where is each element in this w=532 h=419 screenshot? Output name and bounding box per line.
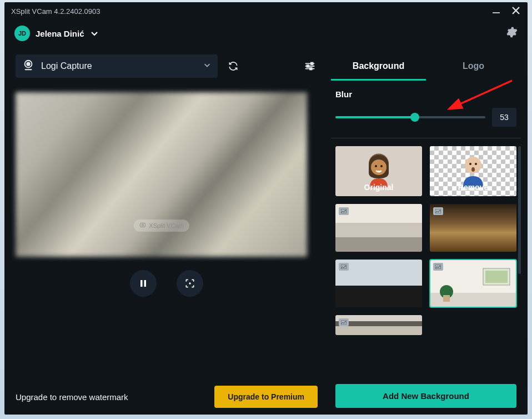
add-background-button[interactable]: Add New Background [335,384,516,408]
upgrade-hint: Upgrade to remove watermark [16,392,128,402]
watermark-icon [139,222,145,230]
watermark: XSplit VCam [133,220,189,232]
bg-preset-3[interactable] [335,260,422,307]
bg-preset-2[interactable] [430,204,516,252]
titlebar: XSplit VCam 4.2.2402.0903 [4,2,528,20]
chevron-down-icon [203,61,211,71]
svg-rect-13 [140,280,143,287]
watermark-text: XSplit VCam [149,222,183,229]
bg-original-label: Original [335,183,422,192]
camera-name: Logi Capture [41,61,92,71]
upgrade-row: Upgrade to remove watermark Upgrade to P… [16,380,318,408]
bg-remove-label: Remove [430,183,516,192]
image-icon [339,318,349,326]
camera-preview [16,92,307,257]
bg-remove[interactable]: Remove [430,146,516,196]
svg-point-12 [142,224,143,226]
refresh-button[interactable] [225,58,241,74]
pause-button[interactable] [130,270,157,297]
svg-point-18 [371,159,387,175]
camera-selector[interactable]: Logi Capture [16,54,218,78]
svg-rect-26 [435,209,441,213]
person-icon [456,151,490,187]
tab-logo[interactable]: Logo [426,54,521,81]
image-icon [339,263,349,271]
slider-thumb[interactable] [410,113,419,122]
user-bar: JD Jelena Dinić [4,20,528,49]
window-controls [492,6,521,17]
chevron-down-icon [90,29,99,38]
svg-rect-11 [140,223,145,227]
blur-label: Blur [335,89,516,99]
content: Logi Capture [4,49,528,415]
webcam-icon [22,59,34,73]
snapshot-button[interactable] [177,270,203,297]
svg-rect-14 [144,280,147,287]
settings-button[interactable] [505,26,518,41]
bg-preset-art [430,260,516,307]
image-icon [339,207,349,215]
user-menu[interactable]: JD Jelena Dinić [14,26,99,41]
svg-rect-25 [341,209,347,213]
preview-wrap: XSplit VCam [16,92,307,257]
user-name: Jelena Dinić [36,29,84,38]
bg-preset-1[interactable] [335,204,422,252]
svg-rect-27 [341,265,347,269]
upgrade-premium-button[interactable]: Upgrade to Premium [214,386,318,408]
tabs: Background Logo [331,54,521,81]
svg-point-20 [380,165,383,167]
svg-point-22 [469,163,471,165]
svg-point-23 [475,163,477,165]
svg-rect-9 [307,65,309,67]
background-grid-scroll: Original Remove [331,138,521,381]
left-panel: Logi Capture [8,49,325,415]
blur-value[interactable]: 53 [492,108,516,127]
camera-row: Logi Capture [16,54,318,78]
window-title: XSplit VCam 4.2.2402.0903 [11,7,100,16]
bg-original[interactable]: Original [335,146,422,196]
image-icon [433,207,443,215]
svg-rect-8 [311,63,313,65]
blur-section: Blur 53 [331,81,521,138]
svg-rect-10 [310,68,312,70]
svg-rect-33 [341,320,347,325]
person-icon [362,151,395,187]
right-panel: Background Logo Blur 53 [328,49,524,415]
scrollbar[interactable] [518,146,521,378]
bg-preset-5[interactable] [335,315,422,335]
bg-preset-4[interactable] [430,260,516,307]
tab-background[interactable]: Background [331,54,426,81]
scroll-thumb[interactable] [518,146,521,274]
app-window: XSplit VCam 4.2.2402.0903 JD Jelena Dini… [4,2,528,415]
preview-controls [16,270,318,297]
svg-rect-30 [485,271,508,283]
blur-slider[interactable] [335,116,485,118]
avatar: JD [14,26,30,41]
svg-point-24 [471,167,475,172]
adjustments-button[interactable] [302,58,318,74]
svg-point-19 [375,165,377,167]
background-grid: Original Remove [331,138,521,335]
minimize-button[interactable] [492,6,501,17]
svg-point-4 [27,62,30,66]
close-button[interactable] [511,6,521,17]
svg-rect-32 [443,295,450,302]
